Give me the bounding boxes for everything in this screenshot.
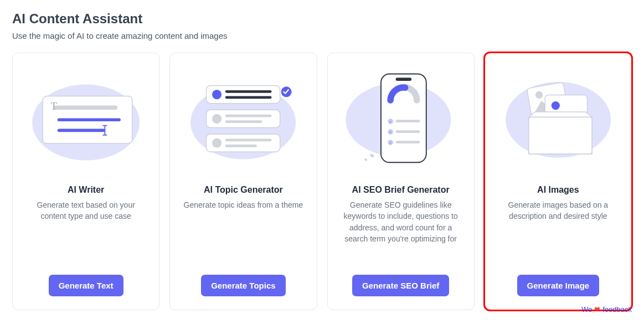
ai-writer-illustration: T <box>23 63 149 171</box>
card-title: AI Images <box>537 185 579 195</box>
heart-icon: ❤ <box>594 305 600 313</box>
ai-seo-illustration: ✓ ✓ ✓ <box>338 63 464 171</box>
page-title: AI Content Assistant <box>12 11 632 27</box>
page-subtitle: Use the magic of AI to create amazing co… <box>12 31 632 40</box>
svg-rect-4 <box>58 118 121 121</box>
card-ai-images[interactable]: AI Images Generate images based on a des… <box>485 53 632 310</box>
svg-text:✓: ✓ <box>389 131 391 134</box>
svg-rect-12 <box>225 90 272 93</box>
svg-point-39 <box>552 101 560 110</box>
card-description: Generate text based on your content type… <box>23 199 149 222</box>
generate-image-button[interactable]: Generate Image <box>517 275 600 296</box>
svg-rect-17 <box>225 115 272 117</box>
ai-images-illustration <box>495 63 621 171</box>
feedback-prefix: We <box>581 305 592 313</box>
svg-point-16 <box>212 114 221 124</box>
svg-rect-6 <box>104 126 105 135</box>
generate-seo-brief-button[interactable]: Generate SEO Brief <box>352 275 449 296</box>
svg-rect-13 <box>225 96 272 99</box>
svg-rect-31 <box>395 130 420 133</box>
card-title: AI Writer <box>68 185 104 195</box>
svg-text:✓: ✓ <box>389 141 391 145</box>
card-ai-topic-generator[interactable]: AI Topic Generator Generate topic ideas … <box>169 53 317 310</box>
svg-rect-8 <box>103 135 107 136</box>
svg-rect-28 <box>395 120 420 122</box>
svg-rect-25 <box>395 78 411 81</box>
svg-text:T: T <box>50 100 57 112</box>
card-ai-writer[interactable]: T AI Writer Generate text based on your … <box>12 53 159 310</box>
card-description: Generate images based on a description a… <box>495 199 621 222</box>
card-title: AI Topic Generator <box>204 185 283 195</box>
svg-point-11 <box>212 90 221 99</box>
svg-rect-7 <box>103 125 107 126</box>
feedback-link[interactable]: We ❤ feedback <box>581 305 632 313</box>
svg-rect-21 <box>225 138 272 141</box>
svg-text:✓: ✓ <box>389 120 391 124</box>
generate-topics-button[interactable]: Generate Topics <box>201 275 285 296</box>
generate-text-button[interactable]: Generate Text <box>49 275 123 296</box>
svg-rect-22 <box>225 145 257 147</box>
card-title: AI SEO Brief Generator <box>352 185 450 195</box>
feedback-suffix: feedback <box>602 305 632 313</box>
card-ai-seo-brief-generator[interactable]: ✓ ✓ ✓ AI SEO Brief Generator Generate SE… <box>327 53 475 310</box>
card-description: Generate topic ideas from a theme <box>182 199 306 210</box>
svg-rect-34 <box>395 141 420 143</box>
svg-point-20 <box>212 138 221 148</box>
ai-topic-illustration <box>180 63 306 171</box>
card-description: Generate SEO guidelines like keywords to… <box>338 199 464 244</box>
cards-row: T AI Writer Generate text based on your … <box>12 53 632 310</box>
svg-rect-2 <box>54 106 117 110</box>
svg-rect-18 <box>225 120 262 123</box>
svg-rect-40 <box>529 117 592 155</box>
svg-rect-5 <box>58 128 105 132</box>
